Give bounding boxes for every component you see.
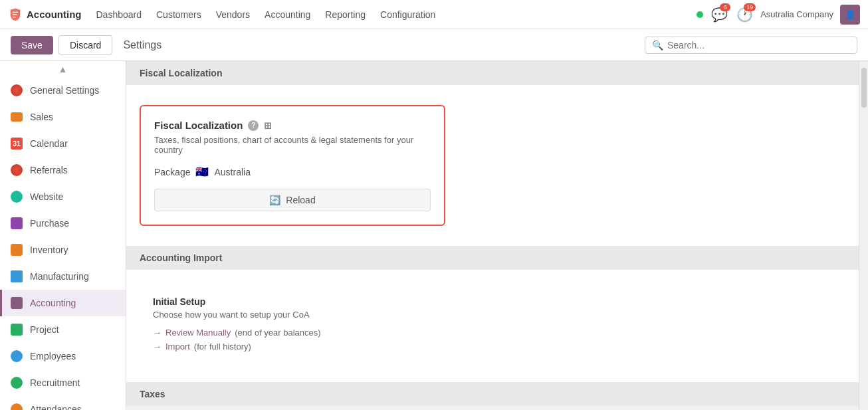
scroll-up-indicator: ▲: [0, 61, 126, 77]
messages-badge: 6: [720, 3, 730, 11]
sidebar-label-referrals: Referrals: [30, 165, 68, 175]
user-avatar[interactable]: 👤: [840, 5, 860, 25]
fiscal-card-description: Taxes, fiscal positions, chart of accoun…: [154, 135, 431, 155]
sidebar-label-project: Project: [30, 324, 59, 335]
initial-setup-block: Initial Setup Choose how you want to set…: [140, 283, 845, 369]
sidebar-item-recruitment[interactable]: Recruitment: [0, 369, 126, 396]
help-icon[interactable]: ?: [248, 120, 259, 131]
sidebar-item-project[interactable]: Project: [0, 316, 126, 343]
sidebar: ▲ General Settings Sales 31 Calendar Ref…: [0, 61, 126, 410]
discard-button[interactable]: Discard: [58, 35, 112, 55]
review-manually-link-row: → Review Manually (end of year balances): [153, 328, 832, 338]
nav-right-actions: 💬 6 🕐 19 Asutralia Company 👤: [697, 5, 860, 25]
app-logo-icon: [8, 7, 23, 22]
nav-reporting[interactable]: Reporting: [320, 7, 371, 23]
attendances-icon: [10, 403, 23, 410]
accounting-icon: [10, 296, 23, 310]
app-logo[interactable]: Accounting: [8, 7, 82, 22]
fiscal-card-title-text: Fiscal Localization: [154, 120, 243, 131]
sidebar-item-employees[interactable]: Employees: [0, 343, 126, 369]
sidebar-item-attendances[interactable]: Attendances: [0, 396, 126, 410]
app-name-label: Accounting: [27, 9, 82, 20]
manufacturing-icon: [10, 270, 23, 283]
initial-setup-title: Initial Setup: [153, 296, 832, 307]
reload-label: Reload: [286, 195, 315, 205]
sidebar-item-accounting[interactable]: Accounting: [0, 290, 126, 316]
taxes-header-text: Taxes: [140, 389, 165, 399]
messages-button[interactable]: 💬 6: [710, 5, 728, 24]
sidebar-label-employees: Employees: [30, 351, 76, 361]
sidebar-item-website[interactable]: Website: [0, 183, 126, 210]
sidebar-item-manufacturing[interactable]: Manufacturing: [0, 263, 126, 290]
nav-accounting[interactable]: Accounting: [259, 7, 316, 23]
sidebar-item-calendar[interactable]: 31 Calendar: [0, 130, 126, 157]
review-manually-link[interactable]: Review Manually: [165, 328, 231, 338]
sidebar-label-sales: Sales: [30, 112, 53, 122]
content-area: Fiscal Localization Fiscal Localization …: [126, 61, 859, 410]
top-navigation: Accounting Dashboard Customers Vendors A…: [0, 0, 868, 29]
nav-configuration[interactable]: Configuration: [375, 7, 441, 23]
fiscal-card-title: Fiscal Localization ? ⊞: [154, 120, 431, 131]
package-value: Australia: [214, 167, 250, 177]
sidebar-label-accounting: Accounting: [30, 298, 76, 308]
sidebar-item-inventory[interactable]: Inventory: [0, 237, 126, 263]
grid-icon[interactable]: ⊞: [264, 120, 272, 131]
sidebar-label-inventory: Inventory: [30, 245, 68, 255]
fiscal-localization-header-text: Fiscal Localization: [140, 68, 222, 78]
taxes-section-header: Taxes: [126, 382, 859, 406]
activities-button[interactable]: 🕐 19: [735, 5, 754, 24]
reload-button[interactable]: 🔄 Reload: [154, 189, 431, 211]
inventory-icon: [10, 243, 23, 256]
fiscal-localization-section-header: Fiscal Localization: [126, 61, 859, 85]
nav-vendors[interactable]: Vendors: [211, 7, 255, 23]
employees-icon: [10, 350, 23, 363]
toolbar: Save Discard Settings 🔍: [0, 29, 868, 61]
sidebar-label-attendances: Attendances: [30, 404, 82, 410]
arrow-icon-2: →: [153, 342, 162, 352]
accounting-import-section-header: Accounting Import: [126, 246, 859, 270]
sidebar-item-sales[interactable]: Sales: [0, 104, 126, 130]
nav-customers[interactable]: Customers: [151, 7, 207, 23]
sidebar-label-purchase: Purchase: [30, 218, 69, 229]
referrals-icon: [10, 163, 23, 177]
page-title: Settings: [123, 39, 162, 51]
right-scrollbar[interactable]: [859, 61, 868, 410]
australia-flag-icon: 🇦🇺: [195, 165, 209, 178]
import-link-row: → Import (for full history): [153, 342, 832, 352]
search-input[interactable]: [667, 40, 850, 51]
sidebar-item-general-settings[interactable]: General Settings: [0, 77, 126, 104]
project-icon: [10, 323, 23, 336]
fiscal-localization-body: Fiscal Localization ? ⊞ Taxes, fiscal po…: [126, 85, 859, 246]
scroll-thumb[interactable]: [861, 68, 867, 108]
fiscal-localization-card: Fiscal Localization ? ⊞ Taxes, fiscal po…: [140, 105, 445, 226]
sidebar-label-manufacturing: Manufacturing: [30, 271, 89, 282]
calendar-icon: 31: [10, 137, 23, 150]
main-layout: ▲ General Settings Sales 31 Calendar Ref…: [0, 61, 868, 410]
general-settings-icon: [10, 84, 23, 97]
sidebar-label-calendar: Calendar: [30, 138, 68, 149]
save-button[interactable]: Save: [11, 36, 53, 54]
reload-icon: 🔄: [269, 195, 280, 205]
website-icon: [10, 190, 23, 203]
nav-dashboard[interactable]: Dashboard: [91, 7, 148, 23]
activities-badge: 19: [744, 3, 756, 11]
sidebar-item-purchase[interactable]: Purchase: [0, 210, 126, 237]
search-box: 🔍: [645, 37, 857, 54]
sidebar-item-referrals[interactable]: Referrals: [0, 157, 126, 183]
package-label: Package: [154, 167, 190, 177]
arrow-icon-1: →: [153, 328, 162, 338]
recruitment-icon: [10, 376, 23, 389]
online-status-dot: [697, 11, 703, 18]
sales-icon: [10, 110, 23, 124]
accounting-import-header-text: Accounting Import: [140, 253, 222, 263]
purchase-icon: [10, 217, 23, 230]
sidebar-label-recruitment: Recruitment: [30, 377, 80, 388]
accounting-import-body: Initial Setup Choose how you want to set…: [126, 270, 859, 382]
fiscal-package-row: Package 🇦🇺 Australia: [154, 165, 431, 178]
sidebar-label-website: Website: [30, 191, 63, 202]
company-name-label[interactable]: Asutralia Company: [760, 9, 833, 19]
initial-setup-description: Choose how you want to setup your CoA: [153, 310, 832, 320]
review-manually-suffix: (end of year balances): [235, 328, 320, 338]
import-link[interactable]: Import: [165, 342, 190, 352]
sidebar-label-general-settings: General Settings: [30, 85, 99, 96]
